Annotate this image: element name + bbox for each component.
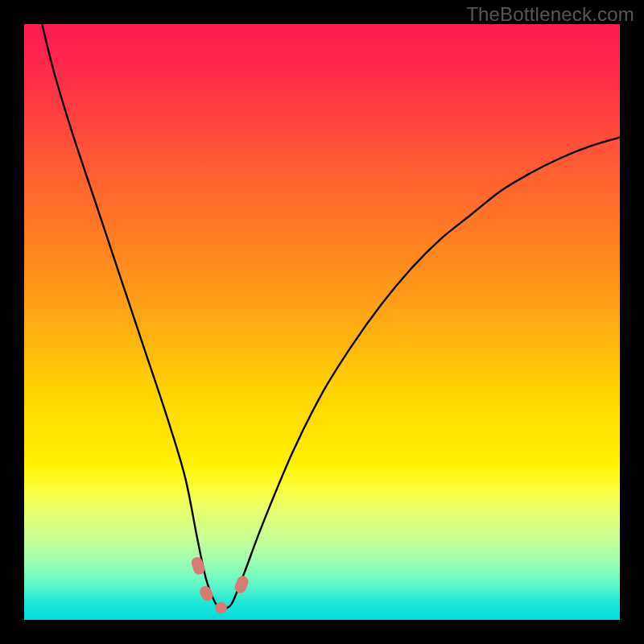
bottleneck-curve	[24, 24, 620, 620]
chart-plot-area	[24, 24, 620, 620]
highlight-bottom	[215, 602, 227, 613]
watermark-text: TheBottleneck.com	[466, 3, 634, 26]
